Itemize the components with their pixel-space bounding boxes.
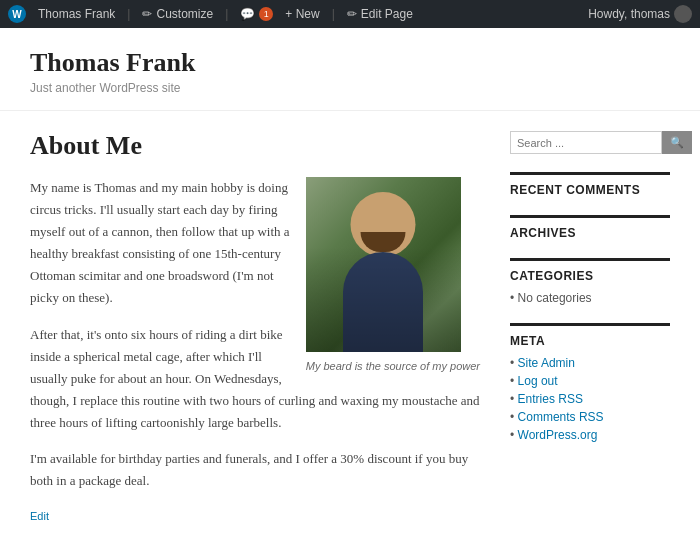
comments-button[interactable]: 💬 1 [240,7,273,21]
howdy-label: Howdy, thomas [588,7,670,21]
new-button[interactable]: + New [285,7,319,21]
edit-page-icon: ✏ [347,7,357,21]
content-area: About Me My beard is the source of my po… [0,111,700,534]
image-caption: My beard is the source of my power [306,357,480,376]
search-button[interactable]: 🔍 [662,131,692,154]
site-admin-item: Site Admin [510,356,670,370]
howdy-button[interactable]: Howdy, thomas [588,5,692,23]
admin-bar-right: Howdy, thomas [588,5,692,23]
entries-rss-link[interactable]: Entries RSS [518,392,583,406]
log-out-item: Log out [510,374,670,388]
site-title[interactable]: Thomas Frank [30,48,670,78]
categories-list: No categories [510,291,670,305]
page-title: About Me [30,131,480,161]
comments-rss-item: Comments RSS [510,410,670,424]
admin-bar: W Thomas Frank | ✏ Customize | 💬 1 + New… [0,0,700,28]
person-body [343,252,423,352]
customize-button[interactable]: ✏ Customize [142,7,213,21]
new-label: + New [285,7,319,21]
site-name-link[interactable]: Thomas Frank [38,7,115,21]
no-categories-item: No categories [510,291,670,305]
sidebar: 🔍 RECENT COMMENTS ARCHIVES CATEGORIES No… [510,131,670,524]
paragraph-3: I'm available for birthday parties and f… [30,448,480,492]
site-tagline: Just another WordPress site [30,81,670,95]
search-input[interactable] [510,131,662,154]
edit-page-label: Edit Page [361,7,413,21]
divider: | [127,7,130,21]
edit-link[interactable]: Edit [30,510,49,522]
page-body: My beard is the source of my power My na… [30,177,480,492]
meta-section: META Site Admin Log out Entries RSS Comm… [510,323,670,442]
comments-badge: 1 [259,7,273,21]
meta-title: META [510,323,670,348]
admin-site-title: Thomas Frank [38,7,115,21]
wp-logo-icon: W [8,5,26,23]
site-admin-link[interactable]: Site Admin [518,356,575,370]
entries-rss-item: Entries RSS [510,392,670,406]
site-header: Thomas Frank Just another WordPress site [0,28,700,111]
avatar [674,5,692,23]
meta-list: Site Admin Log out Entries RSS Comments … [510,356,670,442]
comment-icon: 💬 [240,7,255,21]
wordpress-org-item: WordPress.org [510,428,670,442]
log-out-link[interactable]: Log out [518,374,558,388]
person-face [351,192,416,257]
archives-title: ARCHIVES [510,215,670,240]
person-beard [361,232,406,252]
featured-image-container: My beard is the source of my power [306,177,480,376]
site-wrapper: Thomas Frank Just another WordPress site… [0,28,700,534]
recent-comments-title: RECENT COMMENTS [510,172,670,197]
wp-logo-button[interactable]: W [8,5,26,23]
admin-bar-left: W Thomas Frank | ✏ Customize | 💬 1 + New… [8,5,413,23]
wordpress-org-link[interactable]: WordPress.org [518,428,598,442]
archives-section: ARCHIVES [510,215,670,240]
search-widget: 🔍 [510,131,670,154]
recent-comments-section: RECENT COMMENTS [510,172,670,197]
comments-rss-link[interactable]: Comments RSS [518,410,604,424]
featured-image [306,177,461,352]
customize-label: Customize [156,7,213,21]
no-categories-label: No categories [518,291,592,305]
divider3: | [332,7,335,21]
customize-icon: ✏ [142,7,152,21]
edit-page-button[interactable]: ✏ Edit Page [347,7,413,21]
main-content: About Me My beard is the source of my po… [30,131,480,524]
divider2: | [225,7,228,21]
categories-section: CATEGORIES No categories [510,258,670,305]
categories-title: CATEGORIES [510,258,670,283]
